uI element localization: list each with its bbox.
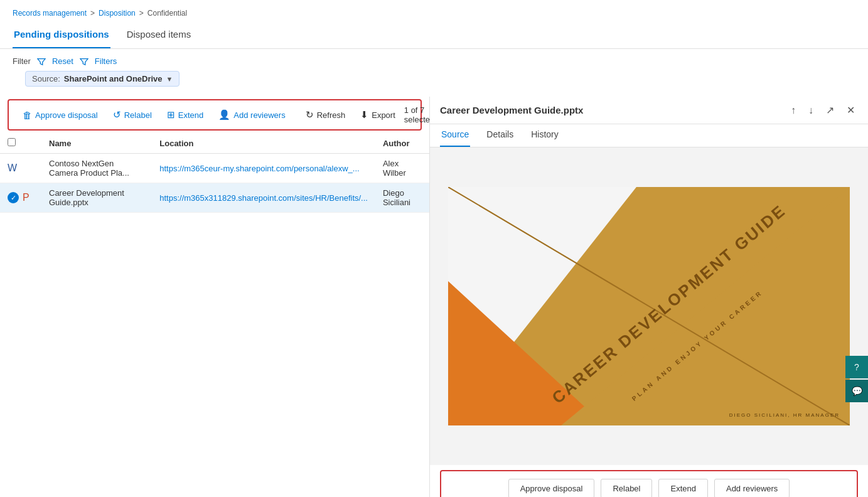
tab-pending-dispositions[interactable]: Pending dispositions	[13, 23, 110, 48]
breadcrumb: Records management > Disposition > Confi…	[0, 0, 868, 23]
fab-chat-icon[interactable]: 💬	[845, 380, 868, 402]
relabel-button[interactable]: ↺ Relabel	[107, 106, 158, 124]
detail-nav-icons: ↑ ↓ ↗ ✕	[788, 103, 858, 117]
source-filter-value: SharePoint and OneDrive	[64, 74, 163, 83]
pptx-preview: CAREER DEVELOPMENT GUIDE PLAN AND ENJOY …	[448, 187, 850, 425]
col-name: Name	[41, 133, 152, 154]
row1-name: Contoso NextGen Camera Product Pla...	[41, 154, 152, 183]
close-icon[interactable]: ✕	[844, 103, 858, 117]
row2-location: https://m365x311829.sharepoint.com/sites…	[152, 183, 375, 213]
tab-disposed-items[interactable]: Disposed items	[126, 23, 193, 48]
detail-title: Career Development Guide.pptx	[440, 105, 583, 115]
funnel-icon	[37, 57, 46, 66]
selected-check-icon: ✓	[8, 192, 19, 203]
word-file-icon: W	[8, 163, 19, 174]
refresh-button[interactable]: ↻ Refresh	[299, 106, 352, 124]
approve-icon: 🗑	[23, 110, 32, 120]
detail-header: Career Development Guide.pptx ↑ ↓ ↗ ✕	[430, 97, 868, 124]
select-all-checkbox[interactable]	[8, 138, 16, 146]
breadcrumb-disposition[interactable]: Disposition	[99, 9, 136, 18]
main-area: 🗑 Approve disposal ↺ Relabel ⊞ Extend 👤 …	[0, 97, 868, 497]
approve-disposal-button[interactable]: 🗑 Approve disposal	[16, 107, 104, 124]
row2-name: Career Development Guide.pptx	[41, 183, 152, 213]
reset-funnel-icon	[80, 57, 88, 66]
preview-area: CAREER DEVELOPMENT GUIDE PLAN AND ENJOY …	[430, 147, 868, 465]
col-location: Location	[152, 133, 375, 154]
reset-button[interactable]: Reset	[52, 56, 73, 66]
add-reviewers-icon: 👤	[218, 109, 230, 120]
row2-check-cell[interactable]: ✓ P	[0, 183, 41, 213]
source-filter-label: Source:	[32, 74, 60, 83]
tab-source[interactable]: Source	[440, 124, 470, 147]
side-fab-buttons: ? 💬	[845, 356, 868, 402]
row1-location: https://m365ceur-my.sharepoint.com/perso…	[152, 154, 375, 183]
detail-tabs: Source Details History	[430, 124, 868, 147]
tab-details[interactable]: Details	[485, 124, 515, 147]
pptx-file-icon: P	[23, 192, 34, 203]
preview-author-text: DIEGO SICILIANI, HR MANAGER	[729, 412, 840, 418]
detail-approve-disposal-button[interactable]: Approve disposal	[508, 479, 595, 497]
nav-up-icon[interactable]: ↑	[788, 104, 799, 117]
breadcrumb-current: Confidential	[147, 9, 187, 18]
left-panel: 🗑 Approve disposal ↺ Relabel ⊞ Extend 👤 …	[0, 97, 430, 497]
source-filter-dropdown-icon: ▼	[166, 75, 173, 83]
nav-down-icon[interactable]: ↓	[805, 104, 817, 117]
tab-history[interactable]: History	[530, 124, 560, 147]
export-icon: ⬇	[360, 109, 368, 120]
table-row[interactable]: ✓ P Career Development Guide.pptx https:…	[0, 183, 429, 213]
extend-icon: ⊞	[167, 109, 175, 120]
export-button[interactable]: ⬇ Export	[354, 106, 402, 124]
detail-footer: Approve disposal Relabel Extend Add revi…	[440, 470, 858, 497]
items-table: Name Location Author W Contoso NextGen C…	[0, 133, 429, 497]
fab-question-icon[interactable]: ?	[845, 356, 868, 378]
detail-relabel-button[interactable]: Relabel	[601, 479, 652, 497]
action-toolbar: 🗑 Approve disposal ↺ Relabel ⊞ Extend 👤 …	[8, 99, 422, 131]
table-row[interactable]: W Contoso NextGen Camera Product Pla... …	[0, 154, 429, 183]
filter-label: Filter	[13, 56, 31, 66]
refresh-icon: ↻	[306, 109, 314, 120]
row1-author: Alex Wilber	[375, 154, 429, 183]
detail-extend-button[interactable]: Extend	[658, 479, 707, 497]
breadcrumb-records-mgmt[interactable]: Records management	[13, 9, 87, 18]
main-tabs: Pending dispositions Disposed items	[0, 23, 868, 49]
relabel-icon: ↺	[113, 109, 121, 120]
right-panel: Career Development Guide.pptx ↑ ↓ ↗ ✕ So…	[430, 97, 868, 497]
col-checkbox[interactable]	[0, 133, 41, 154]
row2-author: Diego Siciliani	[375, 183, 429, 213]
row1-check-cell[interactable]: W	[0, 154, 41, 183]
filters-button[interactable]: Filters	[95, 56, 117, 66]
expand-icon[interactable]: ↗	[823, 103, 837, 117]
source-filter-chip[interactable]: Source: SharePoint and OneDrive ▼	[25, 71, 179, 87]
detail-add-reviewers-button[interactable]: Add reviewers	[714, 479, 790, 497]
filter-icon	[37, 57, 46, 66]
extend-button[interactable]: ⊞ Extend	[161, 106, 210, 124]
breadcrumb-sep1: >	[90, 9, 95, 18]
breadcrumb-sep2: >	[139, 9, 144, 18]
filter-bar: Filter Reset Filters	[0, 49, 868, 71]
col-author: Author	[375, 133, 429, 154]
row2-check-group: ✓ P	[8, 192, 34, 203]
add-reviewers-button[interactable]: 👤 Add reviewers	[212, 106, 291, 124]
